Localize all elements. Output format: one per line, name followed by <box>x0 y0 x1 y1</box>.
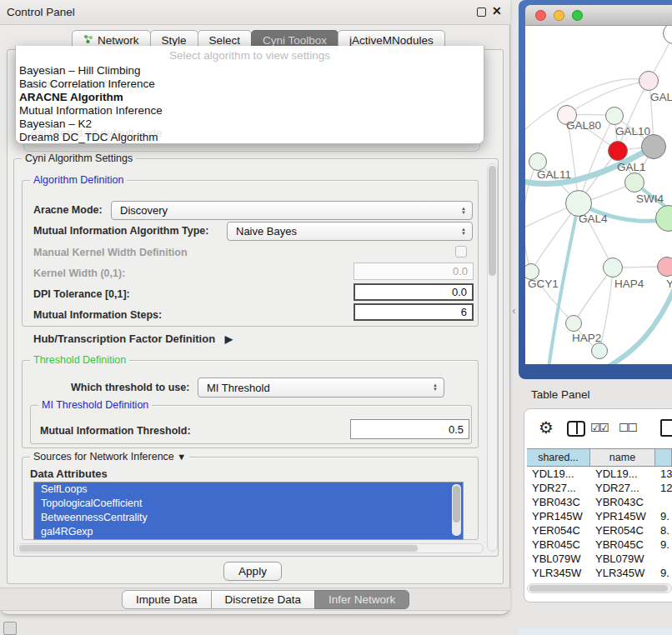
algorithm-option[interactable]: Bayesian – K2 <box>16 118 484 131</box>
node-label: Y <box>666 278 672 290</box>
node-label: GAL4 <box>579 212 608 225</box>
attribute-item[interactable]: BetweennessCentrality <box>34 511 463 525</box>
node-hap4[interactable] <box>603 258 623 278</box>
table-row[interactable]: YDL19...YDL19...13 <box>527 467 672 481</box>
table-cell: YPR145W <box>527 509 590 523</box>
settings-vertical-scrollbar-thumb[interactable] <box>489 166 496 276</box>
export-table-icon[interactable] <box>660 419 672 437</box>
float-window-icon[interactable] <box>477 8 486 17</box>
table-cell: YIL052C <box>590 580 655 582</box>
sources-title[interactable]: Sources for Network Inference ▼ <box>30 451 189 462</box>
attribute-item[interactable]: TopologicalCoefficient <box>34 497 463 511</box>
manual-kernel-width-checkbox[interactable] <box>455 246 467 258</box>
algorithm-option[interactable]: ARACNE Algorithm <box>16 91 484 104</box>
algorithm-dropdown-popup: Inference Algorithmgal.filtered.sif defa… <box>15 46 484 144</box>
mi-steps-field[interactable]: 6 <box>354 303 474 321</box>
table-row[interactable]: YDR27...YDR27...12 <box>527 481 672 495</box>
node-gal[interactable] <box>639 71 659 91</box>
which-threshold-value: MI Threshold <box>207 382 270 394</box>
table-row[interactable]: YIL052CYIL052C9. <box>527 580 672 582</box>
control-panel-titlebar: Control Panel ✕ <box>0 0 510 25</box>
column-header[interactable]: shared... <box>527 449 590 466</box>
mac-close-button[interactable] <box>535 10 546 21</box>
attributes-scrollbar[interactable] <box>452 484 461 536</box>
dpi-tolerance-field[interactable]: 0.0 <box>354 283 474 301</box>
table-cell: YPR145W <box>590 509 655 523</box>
table-cell: 9. <box>655 538 672 552</box>
table-row[interactable]: YLR345WYLR345W9. <box>527 566 672 580</box>
which-threshold-label: Which threshold to use: <box>71 382 189 393</box>
node-y[interactable] <box>657 257 672 277</box>
node[interactable] <box>641 134 666 159</box>
gear-icon[interactable]: ⚙ <box>539 418 554 438</box>
settings-horizontal-scrollbar-thumb[interactable] <box>19 545 418 552</box>
collapsed-panel-icon[interactable] <box>3 622 17 635</box>
table-cell: YDL19... <box>527 467 590 481</box>
node-swi4[interactable] <box>624 172 644 192</box>
close-icon[interactable]: ✕ <box>492 4 502 18</box>
settings-horizontal-scrollbar[interactable] <box>17 543 484 553</box>
node-label: SWI4 <box>636 192 664 205</box>
mac-minimize-button[interactable] <box>554 10 564 21</box>
table-row[interactable]: YBR045CYBR045C9. <box>527 538 672 552</box>
apply-button[interactable]: Apply <box>223 562 282 581</box>
aracne-mode-select[interactable]: Discovery ▲▼ <box>111 201 473 220</box>
table-panel-title: Table Panel <box>531 388 590 401</box>
stepper-icon: ▲▼ <box>433 383 444 392</box>
column-header[interactable] <box>655 449 672 466</box>
attribute-item[interactable]: gal4RGexp <box>34 525 463 539</box>
kernel-width-field[interactable]: 0.0 <box>354 262 474 280</box>
mac-zoom-button[interactable] <box>572 10 583 21</box>
bottom-tab-impute-data[interactable]: Impute Data <box>122 590 212 609</box>
node-hap2[interactable] <box>565 315 582 332</box>
collapse-down-icon: ▼ <box>177 452 186 462</box>
node-gal10[interactable] <box>605 107 624 125</box>
table-row[interactable]: YBR043CYBR043C <box>527 495 672 509</box>
table-row[interactable]: YPR145WYPR145W9. <box>527 509 672 523</box>
control-panel-window: Control Panel ✕ NetworkStyleSelectCyni T… <box>0 0 510 615</box>
aracne-mode-label: Aracne Mode: <box>33 204 103 216</box>
table-cell <box>655 552 672 566</box>
node-table[interactable]: shared...name YDL19...YDL19...13YDR27...… <box>527 448 672 582</box>
table-cell: YDL19... <box>590 467 655 481</box>
algorithm-option[interactable]: Dream8 DC_TDC Algorithm <box>16 131 484 144</box>
select-all-icon[interactable]: ☑☑ <box>590 421 608 434</box>
table-cell: YBR045C <box>590 538 655 552</box>
tab-label: Style <box>162 34 187 47</box>
aracne-mode-value: Discovery <box>120 204 168 217</box>
node-label: GAL11 <box>537 168 571 181</box>
algorithm-option[interactable]: Basic Correlation Inference <box>16 78 484 91</box>
algorithm-option[interactable]: Mutual Information Inference <box>16 104 484 118</box>
node[interactable] <box>591 342 608 359</box>
table-cell: 13 <box>655 467 672 481</box>
mi-threshold-field[interactable]: 0.5 <box>350 419 469 439</box>
node-gal1[interactable] <box>608 141 628 161</box>
algorithm-definition-title: Algorithm Definition <box>30 174 127 186</box>
which-threshold-select[interactable]: MI Threshold ▲▼ <box>198 378 444 398</box>
network-window-titlebar[interactable] <box>525 5 672 26</box>
deselect-all-icon[interactable]: ☐☐ <box>619 421 636 434</box>
mi-threshold-definition-title: MI Threshold Definition <box>38 399 152 411</box>
hub-definition-toggle[interactable]: Hub/Transcription Factor Definition ▶ <box>33 332 233 345</box>
bottom-panel-edge <box>519 628 672 635</box>
column-header[interactable]: name <box>590 449 655 466</box>
table-horizontal-scrollbar[interactable] <box>527 583 672 593</box>
table-horizontal-scrollbar-thumb[interactable] <box>529 585 668 592</box>
column-layout-icon[interactable] <box>567 421 585 437</box>
table-cell: 9. <box>655 509 672 523</box>
settings-vertical-scrollbar[interactable] <box>487 163 498 552</box>
panel-splitter-handle[interactable]: ‹ <box>510 303 518 318</box>
data-attributes-list[interactable]: SelfLoopsTopologicalCoefficientBetweenne… <box>33 482 464 540</box>
table-row[interactable]: YBL079WYBL079W <box>527 552 672 566</box>
data-attributes-label: Data Attributes <box>30 468 108 480</box>
mi-algorithm-type-select[interactable]: Naive Bayes ▲▼ <box>227 222 473 241</box>
bottom-tab-discretize-data[interactable]: Discretize Data <box>211 590 316 609</box>
algorithm-option[interactable]: Bayesian – Hill Climbing <box>16 64 484 78</box>
attribute-item[interactable]: SelfLoops <box>34 482 463 497</box>
node-label: GCY1 <box>528 278 559 290</box>
network-canvas[interactable]: GALGAL80GAL10GAL1GAL11SWI4GAL4GCY1HAP4YH… <box>525 26 672 364</box>
table-cell: YDR27... <box>527 481 590 495</box>
bottom-tab-infer-network[interactable]: Infer Network <box>314 590 409 609</box>
node-label: GAL <box>650 91 672 103</box>
table-row[interactable]: YER054CYER054C8. <box>527 523 672 538</box>
